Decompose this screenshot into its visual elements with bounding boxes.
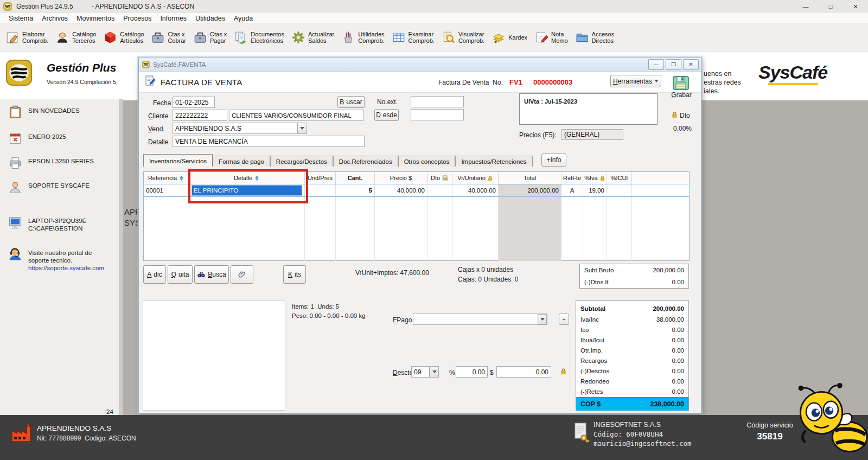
dto-lock-icon xyxy=(671,111,678,118)
desde-field[interactable] xyxy=(411,109,464,120)
attach-button[interactable] xyxy=(231,265,253,284)
total-row-label: Subtotal xyxy=(580,305,605,312)
fpago-dropdown-button[interactable] xyxy=(538,314,547,324)
sidebar-item-impresora[interactable]: EPSON L3250 SERIES xyxy=(8,155,94,170)
tab-recargos-desctos[interactable]: Recargos/Desctos xyxy=(270,156,333,167)
adic-button[interactable]: Adic xyxy=(143,265,166,284)
faventa-minimize-button[interactable]: — xyxy=(648,59,664,70)
cell-vr-unitario[interactable]: 40,000.00 xyxy=(452,184,499,196)
toolbar-visualizar-comprob[interactable]: VisualizarComprob. xyxy=(442,30,484,44)
sort-icon[interactable] xyxy=(178,175,184,181)
cell-retfte[interactable]: A xyxy=(561,184,583,196)
col-referencia[interactable]: Referencia xyxy=(144,172,189,184)
fecha-field[interactable]: 01-02-2025 xyxy=(173,97,215,108)
faventa-restore-button[interactable]: ❐ xyxy=(666,59,681,70)
notes-box[interactable] xyxy=(143,301,285,411)
cell-icui[interactable] xyxy=(607,184,632,196)
sidebar-scrollbar[interactable] xyxy=(119,99,123,415)
sidebar-item-novedades[interactable]: SIN NOVEDADES xyxy=(8,105,80,120)
toolbar-elaborar-comprob[interactable]: ElaborarComprob. xyxy=(5,30,48,44)
col-icui[interactable]: %ICUI xyxy=(607,172,632,184)
sidebar-item-periodo[interactable]: ENERO 2025 xyxy=(8,131,66,146)
quita-button[interactable]: Quita xyxy=(168,265,193,284)
subt-bruto-panel: Subt.Bruto200,000.00 (-)Dtos.It0.00 xyxy=(579,264,689,289)
kits-button[interactable]: Kits xyxy=(283,265,306,284)
menu-movimientos[interactable]: Movimientos xyxy=(72,15,119,22)
buscar-button[interactable]: Buscar xyxy=(337,96,365,108)
menu-utilidades[interactable]: Utilidades xyxy=(191,15,229,22)
cell-iva[interactable]: 19.00 xyxy=(583,184,607,196)
toolbar-label: Catálogo xyxy=(72,31,96,38)
toolbar-ctas-cobrar[interactable]: Ctas xCobrar xyxy=(151,30,186,44)
toolbar-nota-memo[interactable]: NotaMemo xyxy=(534,30,568,44)
menu-procesos[interactable]: Procesos xyxy=(119,15,156,22)
toolbar-utilidades-comprob[interactable]: UtilidadesComprob. xyxy=(341,30,384,44)
col-total[interactable]: Total xyxy=(499,172,561,184)
descto-code-combo[interactable]: 09 xyxy=(411,366,430,378)
toolbar-kardex[interactable]: Kardex xyxy=(492,30,527,44)
cliente-name-field[interactable]: CLIENTES VARIOS/CONSUMIDOR FINAL xyxy=(229,110,363,121)
toolbar-accesos-directos[interactable]: AccesosDirectos xyxy=(575,30,615,44)
col-iva[interactable]: %Iva xyxy=(583,172,607,184)
descto-percent-field[interactable]: 0.00 xyxy=(456,366,488,378)
vend-dropdown-button[interactable] xyxy=(297,123,307,134)
toolbar-ctas-pagar[interactable]: Ctas xPagar xyxy=(193,30,227,44)
cell-precio[interactable]: 40,000.00 xyxy=(375,184,427,196)
fpago-combo[interactable] xyxy=(413,314,547,325)
grabar-label[interactable]: Grabar xyxy=(671,91,692,99)
noext-field[interactable] xyxy=(411,96,464,107)
toolbar-documentos-electronicos[interactable]: DocumentosElectrónicos xyxy=(234,30,284,44)
col-cant[interactable]: Cant. xyxy=(336,172,375,184)
vend-combo[interactable]: APRENDIENDO S.A.S xyxy=(173,123,297,134)
info-button[interactable]: +Info xyxy=(541,154,566,167)
tab-formas-de-pago[interactable]: Formas de pago xyxy=(213,156,270,167)
descto-dropdown-button[interactable] xyxy=(430,366,439,378)
minimize-button[interactable]: — xyxy=(793,0,818,13)
col-retfte[interactable]: RetFte xyxy=(561,172,583,184)
maximize-button[interactable]: □ xyxy=(818,0,843,13)
status-company: APRENDIENDO S.A.S xyxy=(37,424,111,432)
cell-referencia[interactable]: 00001 xyxy=(144,184,189,196)
menu-informes[interactable]: Informes xyxy=(156,15,191,22)
tab-doc-referenciados[interactable]: Doc.Referenciados xyxy=(333,156,398,167)
menu-archivos[interactable]: Archivos xyxy=(37,15,72,22)
menu-ayuda[interactable]: Ayuda xyxy=(229,15,257,22)
fecha-label: Fecha xyxy=(153,99,171,107)
faventa-titlebar[interactable]: SysCafé.FAVENTA — ❐ ✕ xyxy=(139,58,701,72)
toolbar-catalogo-terceros[interactable]: CatálogoTerceros xyxy=(55,30,96,44)
menu-sistema[interactable]: Sistema xyxy=(4,15,37,22)
precios-field[interactable]: (GENERAL) xyxy=(561,129,623,140)
col-dto[interactable]: Dto xyxy=(427,172,452,184)
sidebar-item-portal[interactable]: Visite nuestro portal desoporte tecnico.… xyxy=(8,247,104,272)
cliente-code-field[interactable]: 222222222 xyxy=(173,110,227,121)
support-portal-link[interactable]: https://soporte.syscafe.com xyxy=(28,264,104,272)
col-precio[interactable]: Precio $ xyxy=(375,172,427,184)
fpago-add-button[interactable]: + xyxy=(559,314,569,325)
calendar-icon xyxy=(8,131,23,146)
toolbar-actualizar-saldos[interactable]: ActualizarSaldos xyxy=(291,30,334,44)
busca-button[interactable]: Busca xyxy=(194,265,229,284)
faventa-close-button[interactable]: ✕ xyxy=(683,59,699,70)
col-vr-unitario[interactable]: Vr/Unitario xyxy=(452,172,499,184)
desde-button[interactable]: Desde xyxy=(374,109,399,121)
status-vendor-code: Código: 60F0V8UH4 xyxy=(593,430,663,438)
cell-cant[interactable]: 5 xyxy=(336,184,375,196)
cell-dto[interactable] xyxy=(427,184,452,196)
tab-impuestos-retenciones[interactable]: Impuestos/Retenciones xyxy=(455,156,532,167)
tab-otros-conceptos[interactable]: Otros conceptos xyxy=(398,156,456,167)
save-diskette-icon[interactable] xyxy=(673,76,689,90)
toolbar-catalogo-articulos[interactable]: CatálogoArtículos xyxy=(103,30,144,44)
toolbar-examinar-comprob[interactable]: ExaminarComprob. xyxy=(392,30,435,44)
detalle-field[interactable]: VENTA DE MERCANCÍA xyxy=(173,136,365,147)
sidebar-item-soporte[interactable]: SOPORTE SYSCAFE xyxy=(8,180,90,195)
cell-total[interactable]: 200,000.00 xyxy=(499,184,561,196)
cell-und-pres[interactable] xyxy=(305,184,336,196)
descto-value-field[interactable]: 0.00 xyxy=(496,366,551,378)
pencil-paper-icon xyxy=(5,30,20,44)
close-button[interactable]: ✕ xyxy=(843,0,868,13)
tab-inventarios-servicios[interactable]: Inventarios/Servicios xyxy=(143,154,213,167)
col-und-pres[interactable]: Und/Pres xyxy=(305,172,336,184)
sidebar-item-equipo[interactable]: LAPTOP-3P2QU39EC:\CAFE\GESTION xyxy=(8,215,86,232)
herramientas-button[interactable]: Herramientas xyxy=(610,75,661,87)
toolbar-label: Saldos xyxy=(308,37,334,44)
